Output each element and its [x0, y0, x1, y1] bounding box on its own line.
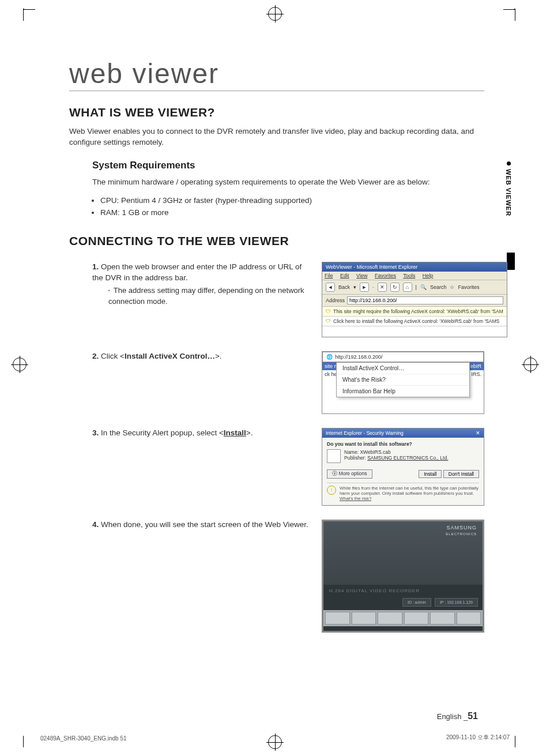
refresh-icon[interactable]: ↻	[390, 283, 400, 292]
context-menu: Install ActiveX Control… What's the Risk…	[336, 362, 470, 397]
step-row-4: 4. When done, you will see the start scr…	[92, 520, 484, 633]
info-right: ebIR	[470, 363, 481, 369]
back-icon[interactable]: ◄	[326, 283, 335, 292]
search-icon[interactable]: 🔍	[420, 284, 427, 290]
dialog-title: Internet Explorer - Security Warning	[326, 430, 404, 436]
info-icon: !	[327, 486, 336, 495]
step-row-2: 2. Click <Install ActiveX Control…>. 🌐 h…	[92, 351, 484, 414]
info-text: This site might require the following Ac…	[333, 309, 503, 314]
address-label: Address	[326, 298, 345, 303]
step-number: 2.	[92, 352, 99, 360]
crop-mark	[514, 9, 515, 21]
dvr-button[interactable]	[404, 612, 429, 625]
more-options-button[interactable]: ⓥ More options	[327, 469, 372, 479]
sysreq-list: CPU: Pentium 4 / 3GHz or faster (hyper-t…	[92, 196, 484, 217]
side-tab-label: WEB VIEWER	[505, 169, 512, 216]
more-label: More options	[338, 471, 367, 476]
dropdown-icon[interactable]: ▾	[353, 284, 356, 290]
warning-text-wrap: While files from the Internet can be use…	[340, 486, 479, 502]
heading-sysreq: System Requirements	[92, 160, 484, 171]
dvr-top-panel: SAMSUNG ELECTRONICS	[323, 521, 483, 585]
screenshot-dvr-start: SAMSUNG ELECTRONICS H.264 DIGITAL VIDEO …	[322, 520, 484, 633]
dvr-button[interactable]	[430, 612, 455, 625]
address-input[interactable]	[347, 296, 503, 304]
info-right-2: IRS.	[471, 371, 481, 377]
step-body: When done, you will see the start screen…	[101, 520, 308, 529]
warning-link[interactable]: What's the risk?	[340, 496, 371, 501]
step-text-4: 4. When done, you will see the start scr…	[92, 520, 311, 531]
step-text-1: 1. Open the web browser and enter the IP…	[92, 262, 311, 307]
menu-file[interactable]: File	[325, 273, 333, 279]
screenshot-security-warning: Internet Explorer - Security Warning ✕ D…	[322, 428, 484, 506]
ie-title-bar: WebViewer - Microsoft Internet Explorer	[322, 262, 507, 272]
forward-icon[interactable]: ►	[360, 283, 369, 292]
home-icon[interactable]: ⌂	[403, 283, 412, 292]
shield-icon: 🛡	[326, 318, 331, 324]
dialog-body: Do you want to install this software? Na…	[322, 438, 484, 505]
step-text-3: 3. In the Security Alert popup, select <…	[92, 428, 311, 439]
address-value: http://192.168.0.200/	[335, 354, 383, 360]
file-details: Name: XWebIRS.cab Publisher: SAMSUNG ELE…	[344, 449, 448, 461]
crop-mark	[23, 736, 24, 747]
step-row-1: 1. Open the web browser and enter the IP…	[92, 262, 484, 337]
sysreq-item: CPU: Pentium 4 / 3GHz or faster (hyper-t…	[100, 196, 484, 205]
ie-toolbar: ◄ Back ▾ ► · ✕ ↻ ⌂ | 🔍 Search ☆ Favorite…	[322, 280, 507, 295]
menu-tools[interactable]: Tools	[403, 273, 415, 279]
dvr-button[interactable]	[352, 612, 376, 625]
file-icon	[327, 449, 341, 463]
stop-icon[interactable]: ✕	[378, 283, 387, 292]
registration-mark	[523, 358, 537, 371]
side-tab-dot	[507, 161, 511, 166]
dvr-id-field[interactable]: ID : admin	[402, 598, 431, 607]
ie-address-bar: Address	[322, 295, 507, 307]
favorites-icon[interactable]: ☆	[450, 284, 454, 290]
step-body-post: >.	[215, 352, 222, 360]
search-label: Search	[430, 284, 447, 290]
dvr-ip-field[interactable]: IP : 192.168.1.129	[435, 598, 478, 607]
step-sub: The address setting may differ, dependin…	[108, 285, 311, 306]
dialog-buttons: Install Don't Install	[419, 468, 479, 480]
brand-block: SAMSUNG ELECTRONICS	[446, 525, 477, 536]
menu-help[interactable]: Help	[423, 273, 434, 279]
dvr-button[interactable]	[378, 612, 402, 625]
step-body-pre: Click <	[101, 352, 125, 360]
warning-text: While files from the Internet can be use…	[340, 486, 479, 496]
print-info-right: 2009-11-10 오후 2:14:07	[446, 734, 510, 742]
step-text-2: 2. Click <Install ActiveX Control…>.	[92, 351, 311, 362]
side-tab-marker	[507, 253, 515, 270]
menu-edit[interactable]: Edit	[340, 273, 349, 279]
menu-view[interactable]: View	[356, 273, 367, 279]
separator: ·	[372, 284, 374, 290]
step-cmd: Install ActiveX Control…	[125, 352, 215, 360]
ie-info-bar-2[interactable]: 🛡Click here to install the following Act…	[322, 317, 507, 326]
publisher-name[interactable]: SAMSUNG ELECTRONICS Co., Ltd.	[367, 455, 448, 461]
dvr-button[interactable]	[457, 612, 481, 625]
menu-item-whats-risk[interactable]: What's the Risk?	[337, 374, 469, 386]
dialog-question: Do you want to install this software?	[327, 441, 479, 447]
publisher-row: Name: XWebIRS.cab Publisher: SAMSUNG ELE…	[327, 449, 479, 463]
menu-favorites[interactable]: Favorites	[375, 273, 396, 279]
registration-mark	[268, 7, 282, 21]
close-icon[interactable]: ✕	[476, 430, 480, 436]
sysreq-intro: The minimum hardware / operating system …	[92, 177, 484, 188]
dvr-button[interactable]	[325, 612, 350, 625]
dvr-login-row: ID : admin IP : 192.168.1.129	[323, 597, 483, 610]
brand-name: SAMSUNG	[446, 525, 477, 531]
intro-paragraph: Web Viewer enables you to connect to the…	[69, 126, 484, 148]
install-button[interactable]: Install	[419, 470, 442, 478]
registration-mark	[268, 735, 282, 749]
crop-mark	[514, 736, 515, 747]
step-number: 3.	[92, 428, 99, 437]
footer-language: English _	[437, 712, 468, 721]
sysreq-item: RAM: 1 GB or more	[100, 208, 484, 217]
dvr-model-label: H.264 DIGITAL VIDEO RECORDER	[323, 585, 483, 597]
separator: |	[416, 284, 417, 290]
menu-item-info-bar-help[interactable]: Information Bar Help	[337, 386, 469, 397]
dont-install-button[interactable]: Don't Install	[443, 470, 479, 478]
heading-what-is: WHAT IS WEB VIEWER?	[69, 106, 484, 119]
page-title: web viewer	[69, 58, 484, 91]
ie-menu-bar: File Edit View Favorites Tools Help	[322, 272, 507, 280]
ie-info-bar-1[interactable]: 🛡This site might require the following A…	[322, 307, 507, 317]
menu-item-install-activex[interactable]: Install ActiveX Control…	[337, 363, 469, 374]
ie-address-bar-2: 🌐 http://192.168.0.200/	[322, 352, 484, 362]
